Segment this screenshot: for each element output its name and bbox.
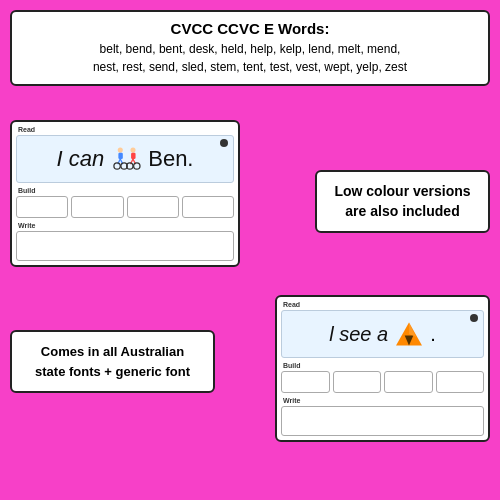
build-box-4 xyxy=(182,196,234,218)
tent-icon xyxy=(394,321,424,347)
build-box-r4 xyxy=(436,371,485,393)
card-left: Read I can Ben. Build xyxy=(10,120,240,267)
card-dot-left xyxy=(220,139,228,147)
card-read-area-right: l see a . xyxy=(281,310,484,358)
card-read-label-right: Read xyxy=(281,301,484,308)
build-box-r2 xyxy=(333,371,382,393)
info-left-text: Comes in all Australian state fonts + ge… xyxy=(24,342,201,381)
card-write-label: Write xyxy=(16,222,234,229)
svg-rect-7 xyxy=(131,153,135,159)
info-box-right: Low colour versions are also included xyxy=(315,170,490,233)
build-box-r1 xyxy=(281,371,330,393)
card-write-label-right: Write xyxy=(281,397,484,404)
svg-point-11 xyxy=(134,163,140,169)
card-sentence-right: l see a xyxy=(329,323,388,346)
word-list-title: CVCC CCVC E Words: xyxy=(24,20,476,37)
card-build-area-left xyxy=(16,196,234,218)
info-box-left: Comes in all Australian state fonts + ge… xyxy=(10,330,215,393)
card-write-area-right xyxy=(281,406,484,436)
card-right: Read l see a . Build Write xyxy=(275,295,490,442)
card-period-right: . xyxy=(430,323,436,346)
word-list-content: belt, bend, bent, desk, held, help, kelp… xyxy=(24,40,476,76)
card-build-label: Build xyxy=(16,187,234,194)
svg-point-6 xyxy=(131,148,136,153)
build-box-r3 xyxy=(384,371,433,393)
bike-icon xyxy=(110,145,142,173)
info-right-text: Low colour versions are also included xyxy=(329,182,476,221)
svg-rect-1 xyxy=(119,153,123,159)
card-read-area-left: I can Ben. xyxy=(16,135,234,183)
svg-point-0 xyxy=(118,148,123,153)
word-list-box: CVCC CCVC E Words: belt, bend, bent, des… xyxy=(10,10,490,86)
card-name-left: Ben. xyxy=(148,146,193,172)
build-box-1 xyxy=(16,196,68,218)
build-box-3 xyxy=(127,196,179,218)
card-build-label-right: Build xyxy=(281,362,484,369)
card-sentence-left: I can xyxy=(57,146,105,172)
svg-point-4 xyxy=(114,163,120,169)
card-write-area-left xyxy=(16,231,234,261)
card-read-label: Read xyxy=(16,126,234,133)
card-dot-right xyxy=(470,314,478,322)
card-build-area-right xyxy=(281,371,484,393)
build-box-2 xyxy=(71,196,123,218)
